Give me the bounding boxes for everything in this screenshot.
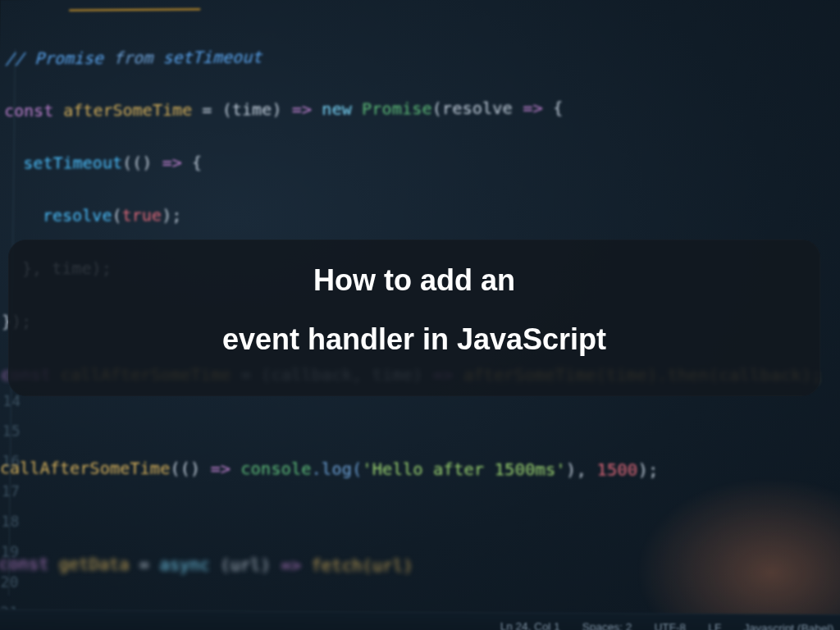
code-token: ); [162, 205, 181, 225]
code-token: const [0, 554, 49, 574]
code-token: .log( [312, 459, 363, 479]
code-token: = [202, 100, 212, 120]
code-token: 'Hello after 1500ms' [362, 459, 566, 479]
code-token: (url) [220, 555, 281, 575]
code-token: (() [170, 459, 210, 479]
code-token: const [4, 101, 53, 121]
code-token: setTimeout [3, 153, 122, 173]
code-token: ( [112, 205, 121, 225]
code-token: => [281, 555, 301, 575]
code-token: => [523, 98, 543, 117]
code-token: console [231, 459, 312, 479]
title-overlay: How to add an event handler in JavaScrip… [8, 240, 820, 396]
code-token: async [149, 555, 220, 575]
status-eol[interactable]: LF [708, 621, 721, 630]
status-cursor-pos[interactable]: Ln 24, Col 1 [500, 620, 560, 630]
code-token: // [5, 48, 34, 68]
status-encoding[interactable]: UTF-8 [654, 621, 686, 630]
status-language[interactable]: Javascript (Babel) [744, 622, 834, 630]
code-token: callAfterSomeTime [0, 458, 170, 478]
code-token: getData [48, 554, 139, 574]
code-token: (() [122, 153, 162, 172]
code-token: ); [637, 459, 658, 480]
code-token: = [139, 555, 149, 575]
code-token: new [312, 99, 362, 119]
status-indent[interactable]: Spaces: 2 [582, 620, 632, 630]
code-token: true [122, 205, 162, 225]
code-token: 1500 [596, 459, 637, 480]
code-token: (time) [212, 99, 291, 120]
code-token: { [543, 98, 564, 117]
code-token: Promise [362, 98, 432, 119]
code-token: afterSomeTime [53, 100, 202, 121]
code-token: => [210, 459, 231, 479]
code-token: resolve [2, 205, 112, 225]
code-token: { [182, 153, 202, 172]
title-line-2: event handler in JavaScript [25, 322, 804, 357]
code-token: ), [566, 459, 597, 480]
title-line-1: How to add an [25, 262, 804, 298]
code-token: setTimeout [162, 47, 262, 67]
code-token: (resolve [432, 98, 523, 118]
code-token: => [292, 99, 312, 119]
code-token: fetch(url) [301, 555, 413, 577]
code-token: => [162, 153, 181, 172]
code-token: Promise [34, 48, 103, 68]
code-token: from [103, 48, 163, 67]
